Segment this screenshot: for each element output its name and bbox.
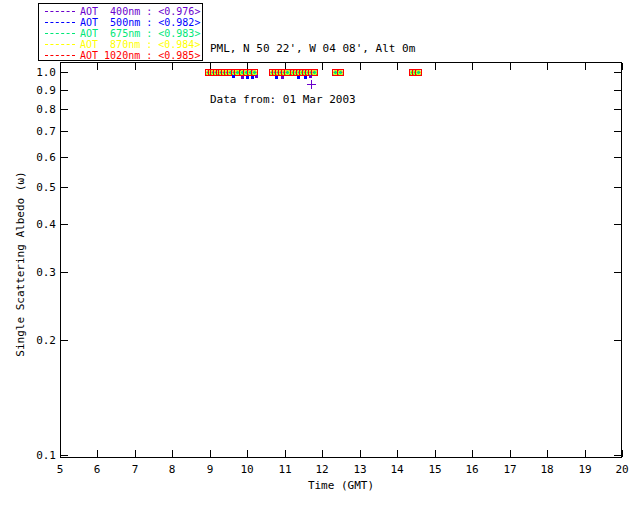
x-tick-mark-top: [397, 63, 398, 70]
x-tick-mark: [435, 450, 436, 457]
y-tick-mark-right: [614, 272, 621, 273]
x-tick-mark: [472, 450, 473, 457]
legend-item-label: AOT 500nm : <0.982>: [80, 17, 200, 28]
x-tick-mark-top: [510, 63, 511, 70]
x-tick-mark: [397, 450, 398, 457]
plot-frame: [60, 62, 622, 458]
x-tick-mark: [247, 450, 248, 457]
legend-box: AOT 400nm : <0.976> AOT 500nm : <0.982> …: [38, 3, 203, 61]
y-tick-mark-right: [614, 109, 621, 110]
y-tick-mark: [61, 455, 68, 456]
x-tick-mark: [172, 450, 173, 457]
x-tick-mark: [97, 450, 98, 457]
y-tick-mark: [61, 109, 68, 110]
legend-item-870nm: AOT 870nm : <0.984>: [39, 39, 202, 50]
legend-dash-675nm: [45, 33, 75, 34]
x-tick-label: 9: [195, 463, 225, 476]
y-tick-label: 0.4: [30, 218, 56, 231]
x-tick-mark-top: [435, 63, 436, 70]
x-tick-mark-top: [360, 63, 361, 70]
plot-canvas: AOT 400nm : <0.976> AOT 500nm : <0.982> …: [0, 0, 640, 512]
y-tick-label: 0.6: [30, 151, 56, 164]
data-subpoint-dot: [275, 76, 278, 79]
y-tick-mark-right: [614, 90, 621, 91]
x-tick-mark-top: [97, 63, 98, 70]
data-point-square: [415, 69, 422, 76]
y-tick-mark: [61, 131, 68, 132]
x-tick-mark-top: [585, 63, 586, 70]
x-tick-mark-top: [322, 63, 323, 70]
data-subpoint-dot: [246, 76, 249, 79]
y-tick-label: 1.0: [30, 66, 56, 79]
x-tick-mark: [585, 450, 586, 457]
legend-item-label: AOT 675nm : <0.983>: [80, 28, 200, 39]
data-subpoint-dot: [304, 76, 307, 79]
y-tick-mark: [61, 90, 68, 91]
legend-dash-500nm: [45, 22, 75, 23]
data-subpoint-dot: [251, 76, 254, 79]
y-tick-label: 0.3: [30, 266, 56, 279]
data-point-square: [337, 69, 344, 76]
y-tick-label: 0.1: [30, 449, 56, 462]
y-tick-label: 0.8: [30, 103, 56, 116]
y-tick-mark: [61, 187, 68, 188]
legend-dash-1020nm: [45, 55, 75, 56]
x-tick-mark-top: [547, 63, 548, 70]
legend-dash-870nm: [45, 44, 75, 45]
y-tick-mark: [61, 224, 68, 225]
x-tick-mark: [360, 450, 361, 457]
y-tick-label: 0.5: [30, 181, 56, 194]
x-tick-label: 12: [307, 463, 337, 476]
x-tick-label: 17: [495, 463, 525, 476]
legend-item-label: AOT 870nm : <0.984>: [80, 39, 200, 50]
y-tick-mark: [61, 72, 68, 73]
y-tick-mark-right: [614, 224, 621, 225]
legend-item-675nm: AOT 675nm : <0.983>: [39, 28, 202, 39]
data-subpoint-dot: [241, 76, 244, 79]
legend-item-1020nm: AOT 1020nm : <0.985>: [39, 50, 202, 61]
y-tick-mark-right: [614, 157, 621, 158]
legend-dash-400nm: [45, 11, 75, 12]
y-tick-mark-right: [614, 455, 621, 456]
data-subpoint-dot: [297, 76, 300, 79]
x-tick-mark: [285, 450, 286, 457]
x-tick-label: 11: [270, 463, 300, 476]
x-tick-mark: [547, 450, 548, 457]
x-tick-label: 19: [570, 463, 600, 476]
y-tick-mark: [61, 157, 68, 158]
x-axis-title: Time (GMT): [241, 479, 441, 492]
x-tick-label: 15: [420, 463, 450, 476]
data-point-square: [311, 69, 318, 76]
x-tick-label: 18: [532, 463, 562, 476]
x-tick-mark: [210, 450, 211, 457]
data-subpoint-dot: [281, 76, 284, 79]
data-subpoint-dot: [255, 75, 258, 78]
y-tick-label: 0.9: [30, 84, 56, 97]
x-tick-mark-top: [472, 63, 473, 70]
y-tick-mark-right: [614, 340, 621, 341]
y-tick-label: 0.7: [30, 125, 56, 138]
x-tick-label: 5: [45, 463, 75, 476]
x-tick-mark: [622, 450, 623, 457]
x-tick-label: 7: [120, 463, 150, 476]
data-subpoint-dot: [309, 75, 312, 78]
data-subpoint-dot: [232, 75, 235, 78]
x-tick-mark-top: [60, 63, 61, 70]
x-tick-label: 20: [607, 463, 637, 476]
y-axis-title: Single Scattering Albedo (ω): [14, 171, 27, 356]
x-tick-label: 6: [82, 463, 112, 476]
y-tick-mark: [61, 340, 68, 341]
legend-item-label: AOT 1020nm : <0.985>: [80, 50, 200, 61]
y-tick-mark-right: [614, 187, 621, 188]
legend-item-400nm: AOT 400nm : <0.976>: [39, 6, 202, 17]
x-tick-mark: [135, 450, 136, 457]
x-tick-label: 8: [157, 463, 187, 476]
x-tick-label: 13: [345, 463, 375, 476]
x-tick-label: 14: [382, 463, 412, 476]
outlier-plus: [311, 80, 312, 89]
station-location-text: PML, N 50 22', W 04 08', Alt 0m: [210, 40, 415, 57]
y-tick-mark-right: [614, 131, 621, 132]
y-tick-mark: [61, 272, 68, 273]
x-tick-label: 10: [232, 463, 262, 476]
x-tick-mark-top: [172, 63, 173, 70]
